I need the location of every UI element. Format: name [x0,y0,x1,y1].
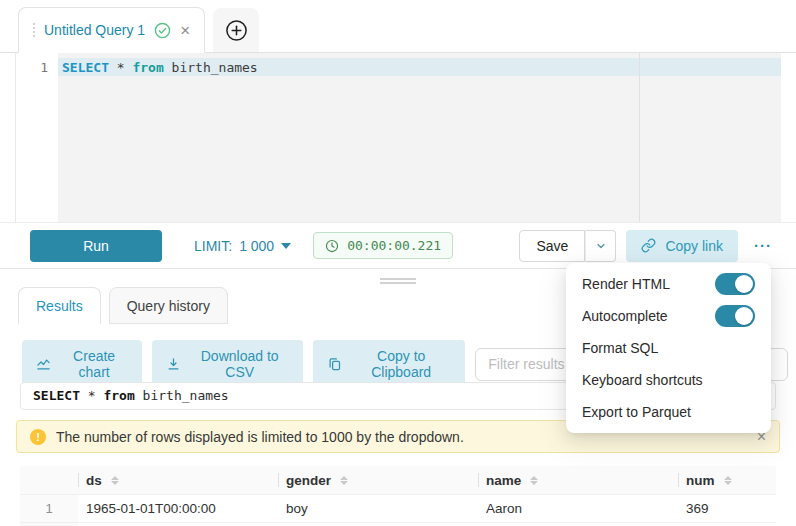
sort-icon[interactable] [530,476,538,485]
download-csv-button[interactable]: Download to CSV [152,340,303,388]
tab-query-history[interactable]: Query history [109,287,228,324]
cell-num: 369 [678,495,776,522]
save-button[interactable]: Save [519,230,585,262]
copy-clipboard-label: Copy to Clipboard [351,348,451,380]
sql-text: birth_names [135,388,229,403]
new-tab-button[interactable] [213,8,259,52]
sql-code-line: SELECT * from birth_names [62,59,258,76]
cell-gender: boy [278,495,478,522]
sort-icon[interactable] [340,476,348,485]
alert-message: The number of rows displayed is limited … [56,429,464,445]
limit-label: LIMIT: [194,238,232,254]
autocomplete-toggle[interactable] [715,305,755,327]
warning-icon: ! [30,429,46,445]
download-icon [166,357,181,372]
sql-keyword: from [103,388,134,403]
column-header-num[interactable]: num [678,466,776,494]
sql-text: birth_names [164,60,258,75]
query-tab[interactable]: Untitled Query 1 × [18,7,205,53]
link-icon [641,238,656,253]
clock-icon [325,239,339,253]
save-menu-button[interactable] [585,230,616,262]
table-row-clipped [20,522,776,526]
sort-icon[interactable] [724,476,732,485]
limit-value: 1 000 [239,238,274,254]
results-tab-bar: Results Query history [18,287,228,324]
copy-clipboard-button[interactable]: Copy to Clipboard [313,340,465,388]
chart-icon [36,357,51,372]
chevron-down-icon [281,243,291,249]
query-timer-badge: 00:00:00.221 [313,232,453,259]
column-header-ds[interactable]: ds [78,466,278,494]
table-row: 1 1965-01-01T00:00:00 boy Aaron 369 [20,494,776,522]
options-dropdown-menu: Render HTML Autocomplete Format SQL Keyb… [566,263,771,433]
sql-keyword: from [132,60,163,75]
create-chart-label: Create chart [60,348,128,380]
sql-editor[interactable]: 1 SELECT * from birth_names [0,53,796,222]
render-html-toggle[interactable] [715,273,755,295]
download-csv-label: Download to CSV [190,348,289,380]
row-number-cell: 1 [20,495,78,522]
plus-circle-icon [225,19,248,42]
sql-keyword: SELECT [33,388,80,403]
run-button[interactable]: Run [30,230,162,262]
cell-name: Aaron [478,495,678,522]
print-margin-line [639,53,640,222]
cell-ds: 1965-01-01T00:00:00 [78,495,278,522]
editor-code-area[interactable]: SELECT * from birth_names [58,53,781,222]
table-header-row: ds gender name num [20,466,776,494]
sql-lab-window: Untitled Query 1 × 1 SELECT * from birth… [0,0,796,526]
close-tab-icon[interactable]: × [180,22,190,39]
copy-link-label: Copy link [665,238,723,254]
ellipsis-menu-icon[interactable]: ··· [754,237,772,254]
create-chart-button[interactable]: Create chart [22,340,142,388]
sql-text: * [109,60,132,75]
menu-item-render-html[interactable]: Render HTML [566,268,771,300]
save-split-button: Save [519,230,616,262]
clipboard-icon [327,357,342,372]
query-success-icon [154,22,171,39]
editor-gutter: 1 [15,53,58,222]
tab-results[interactable]: Results [18,287,101,324]
copy-link-button[interactable]: Copy link [626,230,738,262]
sort-icon[interactable] [111,476,119,485]
sql-keyword: SELECT [62,60,109,75]
chevron-down-icon [595,240,607,252]
sql-text: * [80,388,103,403]
editor-tab-bar: Untitled Query 1 × [0,0,796,53]
menu-item-keyboard-shortcuts[interactable]: Keyboard shortcuts [566,364,771,396]
run-toolbar: Run LIMIT: 1 000 00:00:00.221 Save Copy [0,222,796,269]
limit-dropdown[interactable]: LIMIT: 1 000 [194,238,291,254]
menu-item-autocomplete[interactable]: Autocomplete [566,300,771,332]
column-header-name[interactable]: name [478,466,678,494]
column-header-gender[interactable]: gender [278,466,478,494]
results-table: ds gender name num 1 1965-01-01T00:00:00… [20,466,776,526]
pane-resize-handle[interactable] [380,278,416,286]
menu-item-format-sql[interactable]: Format SQL [566,332,771,364]
row-number-header [20,466,78,494]
drag-handle-icon[interactable] [33,23,35,37]
line-number: 1 [40,60,48,75]
query-tab-title: Untitled Query 1 [44,22,145,38]
timer-value: 00:00:00.221 [347,238,441,253]
menu-item-export-parquet[interactable]: Export to Parquet [566,396,771,428]
